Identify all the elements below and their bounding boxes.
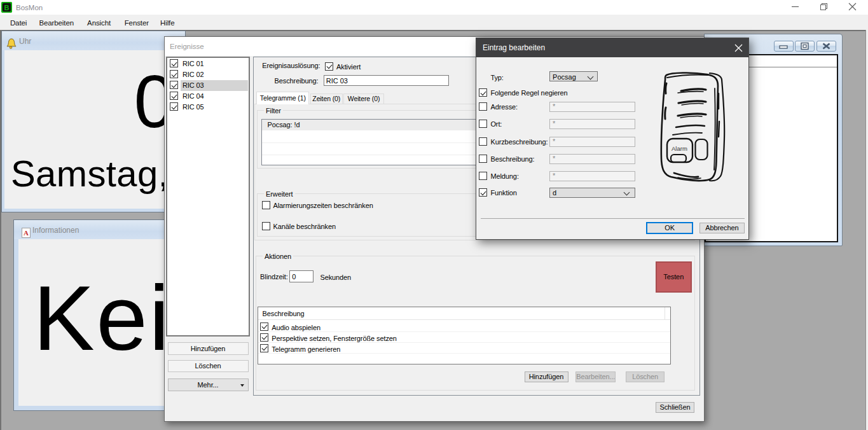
svg-text:Alarm: Alarm	[672, 145, 687, 152]
svg-text:B: B	[4, 4, 10, 11]
svg-text:A: A	[24, 229, 29, 237]
